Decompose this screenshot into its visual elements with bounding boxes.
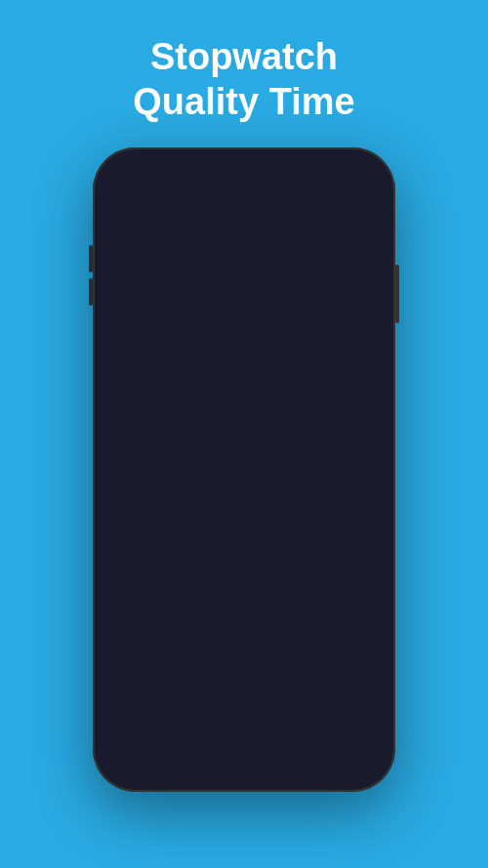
lap-table-header: Lap <box>118 311 370 347</box>
phone-screen: 10:20 🔲 B ⊗ WiFi ▂▄█ 97% ← Stopwatch 00 … <box>102 159 386 780</box>
app-bar-title: Stopwatch <box>145 199 223 219</box>
battery-level: 97% <box>352 168 370 178</box>
app-header: Stopwatch Quality Time <box>133 35 354 124</box>
delete-lap-button[interactable] <box>335 356 362 378</box>
main-content: 00 : 03 : 57 : 73 Lap 1 00 : 00 : 39 : 4… <box>102 231 386 473</box>
svg-rect-8 <box>347 444 361 457</box>
lap-table: Lap 1 00 : 00 : 39 : 42 2 00 : 01 : 16 :… <box>118 311 370 473</box>
timer-value: 00 : 03 : 57 : 73 <box>144 259 345 285</box>
data-icon: ⊗ <box>296 168 304 178</box>
wifi-icon: WiFi <box>307 168 325 178</box>
header-line2: Quality Time <box>133 81 354 122</box>
lap-number: 3 <box>126 443 153 459</box>
back-button[interactable]: ← <box>116 198 136 221</box>
lap-time: 00 : 03 : 31 : 81 <box>153 443 335 459</box>
status-time: 10:20 <box>116 167 143 179</box>
table-row: 3 00 : 03 : 31 : 81 <box>118 431 370 473</box>
delete-lap-button[interactable] <box>335 440 362 462</box>
nfc-icon: B <box>286 168 292 178</box>
lap-time: 00 : 01 : 16 : 51 <box>153 401 335 417</box>
table-row: 2 00 : 01 : 16 : 51 <box>118 389 370 431</box>
timer-display: 00 : 03 : 57 : 73 <box>118 247 370 298</box>
status-bar: 10:20 🔲 B ⊗ WiFi ▂▄█ 97% <box>102 159 386 186</box>
header-line1: Stopwatch <box>150 36 338 77</box>
delete-lap-button[interactable] <box>335 398 362 420</box>
volume-buttons <box>89 245 93 306</box>
table-row: 1 00 : 00 : 39 : 42 <box>118 347 370 389</box>
svg-rect-0 <box>347 360 361 373</box>
app-bar: ← Stopwatch <box>102 186 386 231</box>
lap-number: 1 <box>126 359 153 375</box>
status-icons: 🔲 B ⊗ WiFi ▂▄█ 97% <box>271 168 370 178</box>
sim-icon: 🔲 <box>271 168 282 178</box>
svg-rect-4 <box>347 402 361 415</box>
lap-number: 2 <box>126 401 153 417</box>
phone-mockup: 10:20 🔲 B ⊗ WiFi ▂▄█ 97% ← Stopwatch 00 … <box>93 147 395 792</box>
lap-time: 00 : 00 : 39 : 42 <box>153 359 335 375</box>
signal-icon: ▂▄█ <box>329 168 348 178</box>
